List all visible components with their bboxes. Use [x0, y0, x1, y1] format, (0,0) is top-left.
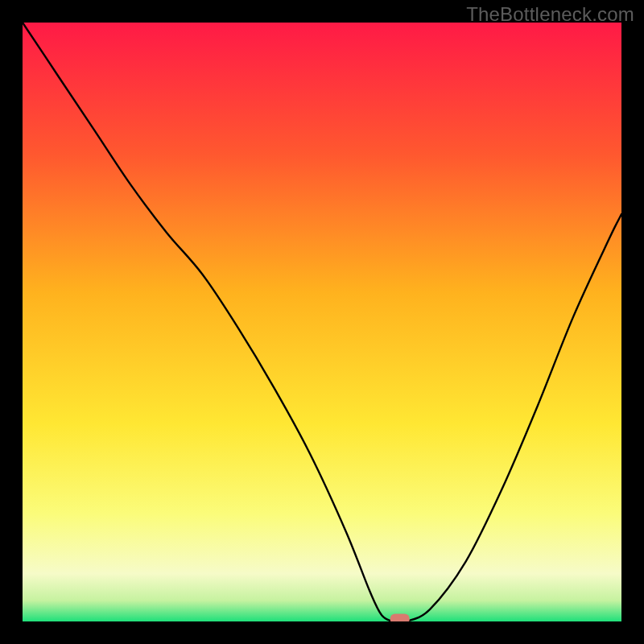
chart-frame: TheBottleneck.com — [0, 0, 644, 644]
plot-area — [23, 23, 621, 621]
optimum-marker — [390, 614, 410, 622]
chart-svg — [23, 23, 621, 621]
watermark-text: TheBottleneck.com — [466, 3, 634, 26]
gradient-background — [23, 23, 621, 621]
